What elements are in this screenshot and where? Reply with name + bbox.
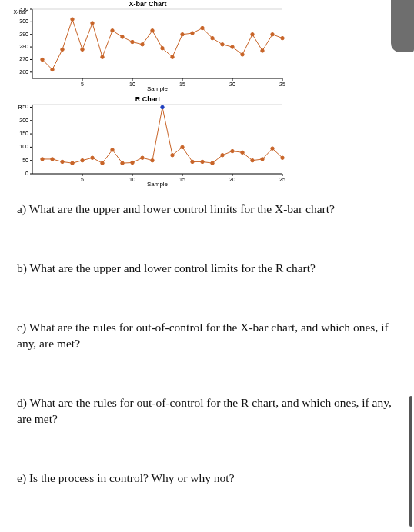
svg-point-49: [261, 49, 264, 52]
xbar-chart-svg: 260270280290300310510152025X-barSample: [9, 8, 286, 92]
svg-text:25: 25: [279, 177, 285, 182]
question-b-text: What are the upper and lower control lim…: [30, 261, 316, 274]
svg-point-41: [181, 33, 184, 36]
svg-text:200: 200: [19, 118, 28, 123]
svg-text:Sample: Sample: [147, 85, 169, 92]
svg-text:10: 10: [129, 177, 135, 182]
svg-text:5: 5: [81, 81, 84, 87]
svg-text:280: 280: [19, 44, 28, 49]
svg-point-46: [231, 45, 234, 48]
question-c-text: What are the rules for out-of-control fo…: [17, 321, 389, 350]
svg-point-81: [61, 160, 64, 163]
scrollbar-thumb[interactable]: [409, 396, 412, 527]
svg-text:50: 50: [22, 158, 28, 163]
svg-point-33: [101, 55, 104, 58]
question-c: c) What are the rules for out-of-control…: [17, 320, 392, 352]
svg-text:25: 25: [279, 81, 285, 87]
r-chart-title: R Chart: [9, 95, 286, 103]
svg-point-40: [171, 55, 174, 58]
svg-point-42: [191, 32, 194, 35]
svg-point-91: [161, 105, 164, 108]
svg-point-47: [241, 53, 244, 56]
svg-point-35: [121, 35, 124, 38]
svg-point-43: [201, 26, 204, 29]
svg-text:300: 300: [19, 18, 28, 24]
svg-point-84: [91, 156, 94, 159]
svg-point-31: [81, 48, 84, 51]
svg-text:0: 0: [25, 171, 28, 176]
question-e: e) Is the process in control? Why or why…: [17, 470, 392, 487]
svg-point-34: [111, 29, 114, 32]
xbar-chart-title: X-bar Chart: [9, 0, 286, 8]
svg-text:150: 150: [19, 131, 28, 136]
svg-point-99: [241, 151, 244, 154]
svg-text:R: R: [18, 105, 22, 110]
svg-point-30: [71, 18, 74, 21]
svg-point-39: [161, 47, 164, 50]
svg-text:290: 290: [19, 32, 28, 37]
svg-point-95: [201, 160, 204, 163]
svg-point-98: [231, 149, 234, 152]
svg-point-101: [261, 158, 264, 161]
svg-point-82: [71, 161, 74, 165]
svg-point-50: [271, 33, 274, 36]
question-b-label: b): [17, 261, 27, 274]
svg-text:100: 100: [19, 144, 28, 149]
svg-text:Sample: Sample: [147, 181, 169, 188]
question-a-text: What are the upper and lower control lim…: [29, 202, 335, 215]
svg-point-100: [251, 158, 254, 161]
svg-point-89: [141, 156, 144, 159]
svg-point-48: [251, 33, 254, 36]
svg-point-38: [151, 29, 154, 32]
svg-point-97: [221, 154, 224, 157]
r-chart: R Chart 050100150200250510152025RSample: [9, 95, 286, 188]
page-content: X-bar Chart 260270280290300310510152025X…: [0, 0, 414, 486]
svg-point-93: [181, 145, 184, 148]
svg-text:270: 270: [19, 56, 28, 62]
svg-point-90: [151, 158, 154, 161]
svg-point-29: [61, 48, 64, 51]
r-chart-svg: 050100150200250510152025RSample: [9, 103, 286, 188]
svg-text:20: 20: [229, 177, 235, 182]
question-b: b) What are the upper and lower control …: [17, 261, 392, 277]
side-tab[interactable]: [391, 0, 414, 52]
svg-point-96: [211, 161, 214, 165]
svg-point-86: [111, 148, 114, 151]
svg-point-27: [41, 58, 44, 61]
svg-point-94: [191, 160, 194, 163]
questions-block: a) What are the upper and lower control …: [6, 191, 408, 486]
svg-point-87: [121, 161, 124, 165]
svg-point-79: [41, 158, 44, 161]
svg-text:20: 20: [229, 81, 235, 87]
question-d: d) What are the rules for out-of-control…: [17, 395, 392, 427]
question-e-label: e): [17, 471, 26, 484]
svg-point-51: [281, 36, 284, 39]
question-d-label: d): [17, 396, 27, 409]
question-c-label: c): [17, 321, 26, 334]
svg-point-36: [131, 40, 134, 43]
svg-text:260: 260: [19, 69, 28, 75]
svg-point-44: [211, 36, 214, 39]
svg-text:15: 15: [179, 81, 185, 87]
svg-point-32: [91, 22, 94, 25]
svg-text:15: 15: [179, 177, 185, 182]
question-a-label: a): [17, 202, 26, 215]
question-a: a) What are the upper and lower control …: [17, 201, 392, 218]
question-e-text: Is the process in control? Why or why no…: [29, 471, 235, 484]
svg-text:X-bar: X-bar: [13, 9, 27, 15]
question-d-text: What are the rules for out-of-control fo…: [17, 396, 392, 425]
svg-text:10: 10: [129, 81, 135, 87]
svg-point-92: [171, 154, 174, 157]
svg-point-102: [271, 147, 274, 150]
xbar-chart: X-bar Chart 260270280290300310510152025X…: [9, 0, 286, 92]
svg-point-37: [141, 43, 144, 46]
svg-point-88: [131, 161, 134, 164]
svg-point-28: [51, 68, 54, 71]
svg-point-85: [101, 161, 104, 165]
svg-point-103: [281, 156, 284, 159]
svg-text:5: 5: [81, 177, 84, 182]
svg-point-45: [221, 43, 224, 46]
svg-point-83: [81, 158, 84, 161]
svg-point-80: [51, 158, 54, 161]
